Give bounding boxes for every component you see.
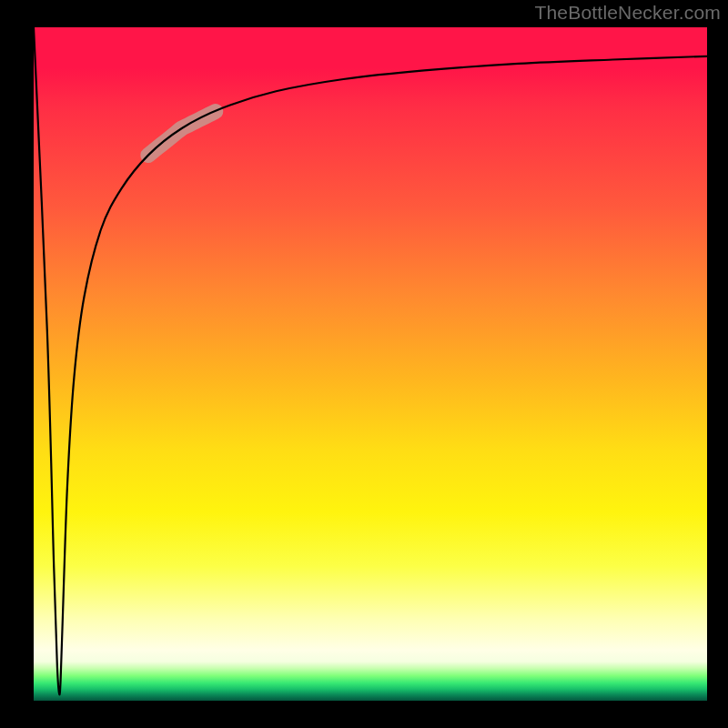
- chart-container: TheBottleNecker.com: [0, 0, 728, 728]
- watermark-text: TheBottleNecker.com: [534, 2, 721, 24]
- plot-area: [34, 27, 707, 701]
- bottleneck-curve-line: [34, 27, 707, 694]
- curve-layer: [34, 27, 707, 701]
- curve-highlight-segment: [148, 112, 216, 156]
